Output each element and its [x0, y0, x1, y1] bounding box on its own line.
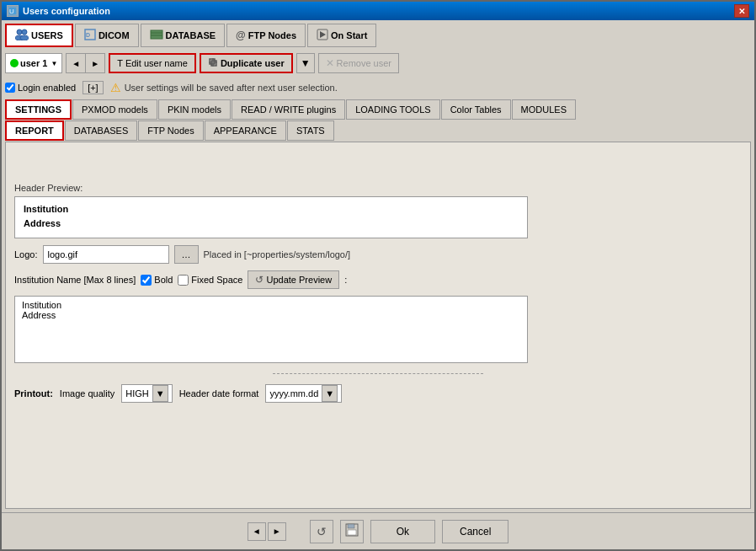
duplicate-dropdown[interactable]: ▼	[296, 53, 315, 73]
logo-label: Logo:	[14, 249, 38, 259]
login-row: Login enabled [+] ⚠ User settings will b…	[5, 79, 751, 96]
image-quality-label: Image quality	[60, 388, 114, 399]
quality-dropdown-arrow[interactable]: ▼	[152, 385, 168, 402]
tab-settings-label: SETTINGS	[15, 104, 61, 115]
close-button[interactable]: ✕	[734, 4, 749, 18]
user-status-dot	[10, 59, 19, 67]
duplicate-icon	[208, 57, 218, 69]
user-next-arrow[interactable]: ►	[86, 54, 104, 72]
institution-label: Institution Name [Max 8 lines]	[14, 275, 136, 285]
tab-pxmod[interactable]: PXMOD models	[72, 99, 157, 120]
tab-color-tables[interactable]: Color Tables	[441, 99, 511, 120]
tab-loading[interactable]: LOADING TOOLS	[346, 99, 439, 120]
logo-row: Logo: … Placed in [~properties/system/lo…	[14, 245, 742, 264]
institution-textarea[interactable]: Institution Address	[14, 296, 528, 363]
tab-onstart[interactable]: On Start	[307, 24, 376, 47]
login-enabled-checkbox[interactable]	[5, 83, 15, 93]
tab-ftp-nodes-label: FTP Nodes	[147, 126, 194, 136]
tab-onstart-label: On Start	[331, 30, 367, 40]
save-button[interactable]	[340, 520, 364, 543]
fixed-space-checkbox[interactable]	[178, 275, 189, 286]
edit-username-label: Edit user name	[125, 58, 188, 68]
browse-button[interactable]: …	[174, 245, 199, 264]
bottom-next-button[interactable]: ►	[268, 522, 286, 541]
tab-pxmod-label: PXMOD models	[82, 104, 148, 115]
duplicate-user-label: Duplicate user	[221, 58, 285, 68]
login-enabled-label[interactable]: Login enabled	[5, 83, 76, 93]
bold-label: Bold	[154, 275, 173, 285]
remove-icon: ✕	[326, 57, 334, 69]
tab-report-label: REPORT	[15, 126, 54, 136]
ok-label: Ok	[397, 526, 409, 538]
tab-stats[interactable]: STATS	[287, 120, 334, 141]
tab-modules[interactable]: MODULES	[512, 99, 576, 120]
edit-username-button[interactable]: T Edit user name	[109, 53, 196, 73]
svg-rect-16	[348, 524, 354, 528]
tab-dicom[interactable]: D DICOM	[75, 24, 139, 47]
tab-database[interactable]: DATABASE	[141, 24, 225, 47]
update-preview-button[interactable]: ↺ Update Preview	[248, 270, 339, 289]
date-format-label: Header date format	[179, 388, 259, 399]
user-dropdown-arrow: ▼	[51, 60, 57, 67]
tab-appearance-label: APPEARANCE	[214, 126, 277, 136]
user-nav-arrows: ◄ ►	[66, 53, 105, 73]
tab-dicom-label: DICOM	[98, 30, 130, 40]
users-icon	[15, 29, 29, 42]
logo-input[interactable]	[43, 245, 169, 264]
header-preview-section: Header Preview: Institution Address	[14, 183, 742, 238]
fixed-space-checkbox-label[interactable]: Fixed Space	[178, 275, 242, 286]
svg-rect-8	[151, 30, 162, 39]
header-preview-box: Institution Address	[14, 196, 528, 238]
tab-color-tables-label: Color Tables	[450, 104, 502, 115]
tab-row-2: REPORT DATABASES FTP Nodes APPEARANCE ST…	[5, 120, 751, 141]
remove-user-label: Remove user	[337, 58, 391, 68]
database-icon	[150, 29, 163, 42]
date-format-value: yyyy.mm.dd	[269, 388, 318, 399]
tab-ftp[interactable]: @ FTP Nodes	[226, 24, 306, 47]
divider-line	[273, 373, 483, 374]
tab-pkin[interactable]: PKIN models	[158, 99, 231, 120]
date-format-dropdown-arrow[interactable]: ▼	[322, 385, 338, 402]
tab-settings[interactable]: SETTINGS	[5, 99, 72, 120]
tab-pkin-label: PKIN models	[168, 104, 221, 115]
user-prev-arrow[interactable]: ◄	[67, 54, 86, 72]
user-selector[interactable]: user 1 ▼	[5, 53, 62, 73]
update-preview-label: Update Preview	[266, 275, 332, 285]
bracket-button[interactable]: [+]	[83, 81, 104, 94]
cancel-button[interactable]: Cancel	[442, 520, 508, 543]
duplicate-user-button[interactable]: Duplicate user	[200, 53, 293, 73]
tab-ftp-nodes[interactable]: FTP Nodes	[138, 120, 203, 141]
bold-checkbox-label[interactable]: Bold	[141, 275, 173, 286]
tab-readwrite[interactable]: READ / WRITE plugins	[232, 99, 345, 120]
refresh-icon: ↺	[255, 274, 264, 286]
printout-row: Printout: Image quality HIGH ▼ Header da…	[14, 384, 742, 403]
top-spacer	[14, 151, 742, 176]
ok-button[interactable]: Ok	[370, 520, 435, 543]
tab-readwrite-label: READ / WRITE plugins	[241, 104, 336, 115]
tab-stats-label: STATS	[296, 126, 325, 136]
tab-report[interactable]: REPORT	[5, 120, 64, 141]
warning-text: User settings will be saved after next u…	[125, 83, 338, 93]
preview-line1: Institution	[24, 202, 519, 217]
svg-text:D: D	[86, 32, 90, 38]
ftp-icon: @	[236, 29, 246, 41]
tab-databases[interactable]: DATABASES	[65, 120, 137, 141]
quality-select-wrapper: HIGH ▼	[121, 384, 172, 403]
tab-row-1: SETTINGS PXMOD models PKIN models READ /…	[5, 99, 751, 120]
tab-users-label: USERS	[31, 30, 63, 40]
content-panel: Header Preview: Institution Address Logo…	[5, 142, 751, 509]
printout-label: Printout:	[14, 388, 53, 399]
header-preview-label: Header Preview:	[14, 183, 742, 193]
svg-text:U: U	[9, 8, 14, 15]
window-icon: U	[7, 5, 19, 17]
tab-database-label: DATABASE	[166, 30, 216, 40]
tab-users[interactable]: USERS	[5, 24, 73, 47]
logo-path: Placed in [~properties/system/logo/]	[204, 249, 351, 259]
nav-tabs-row: USERS D DICOM	[5, 24, 751, 47]
tab-appearance[interactable]: APPEARANCE	[205, 120, 286, 141]
remove-user-button[interactable]: ✕ Remove user	[318, 53, 399, 73]
bold-checkbox[interactable]	[141, 275, 152, 286]
refresh-button[interactable]: ↺	[310, 520, 333, 543]
tab-databases-label: DATABASES	[74, 126, 128, 136]
bottom-prev-button[interactable]: ◄	[248, 522, 266, 541]
